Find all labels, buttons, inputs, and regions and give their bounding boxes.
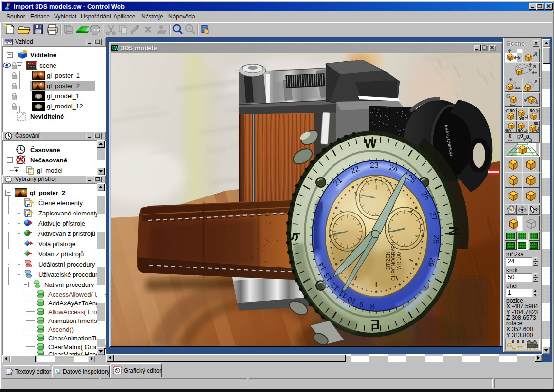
- svg-text:G: G: [507, 341, 512, 349]
- svg-text:CITIZEN: CITIZEN: [386, 252, 391, 271]
- svg-text:90: 90: [510, 108, 515, 113]
- svg-text:STOP: STOP: [92, 28, 100, 32]
- svg-text:0: 0: [509, 133, 512, 139]
- svg-text:90: 90: [518, 128, 523, 133]
- svg-text:0: 0: [526, 134, 529, 140]
- svg-text:?: ?: [535, 207, 538, 214]
- svg-text:0: 0: [512, 339, 514, 344]
- svg-text:28: 28: [432, 235, 441, 244]
- svg-text:S: S: [286, 232, 301, 241]
- svg-text:a: a: [56, 369, 58, 373]
- svg-text:E: E: [371, 317, 380, 332]
- svg-text:CHRONOGRAPH: CHRONOGRAPH: [391, 242, 396, 281]
- svg-text:W: W: [364, 136, 377, 151]
- svg-text:W: W: [114, 46, 119, 51]
- svg-text:0: 0: [521, 208, 523, 212]
- svg-text:0: 0: [517, 339, 519, 344]
- svg-text:WR 100: WR 100: [396, 252, 402, 270]
- svg-text:8: 8: [369, 303, 374, 311]
- svg-text:23: 23: [370, 161, 379, 170]
- svg-text:90: 90: [519, 116, 524, 120]
- svg-text:90: 90: [530, 108, 535, 113]
- svg-text:0: 0: [522, 339, 524, 344]
- svg-text:0: 0: [520, 133, 523, 139]
- svg-text:90: 90: [534, 121, 538, 126]
- svg-text:N: N: [446, 226, 461, 236]
